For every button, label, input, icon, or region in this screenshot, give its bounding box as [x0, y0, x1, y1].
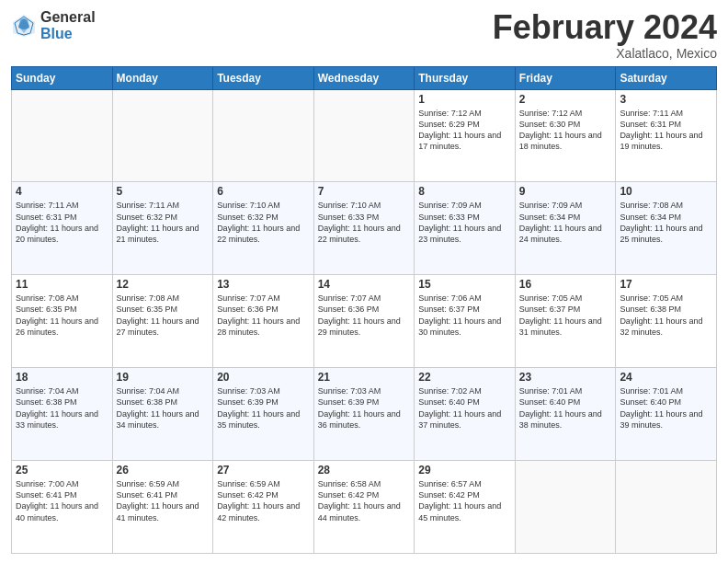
table-row: [616, 461, 717, 554]
day-info: Sunrise: 7:00 AM Sunset: 6:41 PM Dayligh…: [16, 478, 108, 523]
day-info: Sunrise: 7:05 AM Sunset: 6:37 PM Dayligh…: [519, 293, 612, 338]
day-number: 6: [217, 185, 310, 198]
calendar-week-1: 1Sunrise: 7:12 AM Sunset: 6:29 PM Daylig…: [12, 89, 717, 182]
page: General Blue February 2024 Xalatlaco, Me…: [0, 0, 728, 563]
table-row: [313, 89, 415, 182]
day-number: 1: [418, 93, 511, 106]
header-row: Sunday Monday Tuesday Wednesday Thursday…: [12, 66, 717, 89]
day-number: 27: [217, 464, 310, 477]
table-row: 23Sunrise: 7:01 AM Sunset: 6:40 PM Dayli…: [515, 368, 616, 461]
logo: General Blue: [11, 9, 96, 41]
table-row: 21Sunrise: 7:03 AM Sunset: 6:39 PM Dayli…: [313, 368, 415, 461]
day-info: Sunrise: 7:11 AM Sunset: 6:31 PM Dayligh…: [620, 108, 712, 153]
table-row: 2Sunrise: 7:12 AM Sunset: 6:30 PM Daylig…: [515, 89, 616, 182]
logo-icon: [11, 13, 37, 39]
col-sunday: Sunday: [12, 66, 113, 89]
day-number: 9: [519, 185, 612, 198]
col-saturday: Saturday: [616, 66, 717, 89]
col-monday: Monday: [112, 66, 213, 89]
table-row: 7Sunrise: 7:10 AM Sunset: 6:33 PM Daylig…: [313, 182, 415, 275]
logo-blue-text: Blue: [40, 26, 96, 42]
day-info: Sunrise: 7:02 AM Sunset: 6:40 PM Dayligh…: [418, 385, 511, 431]
table-row: 8Sunrise: 7:09 AM Sunset: 6:33 PM Daylig…: [415, 182, 516, 275]
calendar-week-5: 25Sunrise: 7:00 AM Sunset: 6:41 PM Dayli…: [12, 461, 717, 554]
day-number: 18: [16, 371, 108, 384]
calendar-table: Sunday Monday Tuesday Wednesday Thursday…: [11, 66, 717, 554]
table-row: 15Sunrise: 7:06 AM Sunset: 6:37 PM Dayli…: [415, 275, 516, 368]
day-info: Sunrise: 7:03 AM Sunset: 6:39 PM Dayligh…: [318, 385, 411, 431]
table-row: 17Sunrise: 7:05 AM Sunset: 6:38 PM Dayli…: [616, 275, 717, 368]
col-wednesday: Wednesday: [313, 66, 415, 89]
day-info: Sunrise: 7:08 AM Sunset: 6:35 PM Dayligh…: [16, 293, 108, 338]
day-info: Sunrise: 7:05 AM Sunset: 6:38 PM Dayligh…: [620, 293, 712, 338]
table-row: 4Sunrise: 7:11 AM Sunset: 6:31 PM Daylig…: [12, 182, 113, 275]
logo-general-text: General: [40, 9, 96, 26]
calendar-week-2: 4Sunrise: 7:11 AM Sunset: 6:31 PM Daylig…: [12, 182, 717, 275]
day-info: Sunrise: 7:07 AM Sunset: 6:36 PM Dayligh…: [217, 293, 310, 338]
day-number: 11: [16, 278, 108, 291]
table-row: 26Sunrise: 6:59 AM Sunset: 6:41 PM Dayli…: [112, 461, 213, 554]
day-number: 3: [620, 93, 712, 106]
col-thursday: Thursday: [415, 66, 516, 89]
day-number: 16: [519, 278, 612, 291]
title-block: February 2024 Xalatlaco, Mexico: [493, 9, 717, 61]
main-title: February 2024: [493, 9, 717, 46]
table-row: 19Sunrise: 7:04 AM Sunset: 6:38 PM Dayli…: [112, 368, 213, 461]
day-info: Sunrise: 6:59 AM Sunset: 6:42 PM Dayligh…: [217, 478, 310, 523]
day-info: Sunrise: 6:58 AM Sunset: 6:42 PM Dayligh…: [318, 478, 411, 523]
day-info: Sunrise: 7:10 AM Sunset: 6:32 PM Dayligh…: [217, 200, 310, 245]
table-row: 13Sunrise: 7:07 AM Sunset: 6:36 PM Dayli…: [213, 275, 314, 368]
day-info: Sunrise: 7:11 AM Sunset: 6:32 PM Dayligh…: [117, 200, 210, 245]
table-row: 28Sunrise: 6:58 AM Sunset: 6:42 PM Dayli…: [313, 461, 415, 554]
calendar-week-4: 18Sunrise: 7:04 AM Sunset: 6:38 PM Dayli…: [12, 368, 717, 461]
day-number: 21: [318, 371, 411, 384]
table-row: 1Sunrise: 7:12 AM Sunset: 6:29 PM Daylig…: [415, 89, 516, 182]
day-info: Sunrise: 6:59 AM Sunset: 6:41 PM Dayligh…: [117, 478, 210, 523]
day-number: 4: [16, 185, 108, 198]
day-number: 14: [318, 278, 411, 291]
day-number: 24: [620, 371, 712, 384]
day-number: 20: [217, 371, 310, 384]
col-tuesday: Tuesday: [213, 66, 314, 89]
day-info: Sunrise: 7:04 AM Sunset: 6:38 PM Dayligh…: [16, 385, 108, 431]
day-number: 17: [620, 278, 712, 291]
day-number: 12: [117, 278, 210, 291]
table-row: [213, 89, 314, 182]
day-number: 13: [217, 278, 310, 291]
day-info: Sunrise: 7:01 AM Sunset: 6:40 PM Dayligh…: [620, 385, 712, 431]
day-info: Sunrise: 7:09 AM Sunset: 6:34 PM Dayligh…: [519, 200, 612, 245]
day-number: 25: [16, 464, 108, 477]
table-row: 5Sunrise: 7:11 AM Sunset: 6:32 PM Daylig…: [112, 182, 213, 275]
day-info: Sunrise: 7:12 AM Sunset: 6:29 PM Dayligh…: [418, 108, 511, 153]
day-number: 15: [418, 278, 511, 291]
day-info: Sunrise: 7:08 AM Sunset: 6:35 PM Dayligh…: [117, 293, 210, 338]
table-row: 6Sunrise: 7:10 AM Sunset: 6:32 PM Daylig…: [213, 182, 314, 275]
table-row: 24Sunrise: 7:01 AM Sunset: 6:40 PM Dayli…: [616, 368, 717, 461]
table-row: 22Sunrise: 7:02 AM Sunset: 6:40 PM Dayli…: [415, 368, 516, 461]
day-number: 2: [519, 93, 612, 106]
day-number: 19: [117, 371, 210, 384]
table-row: [515, 461, 616, 554]
day-number: 10: [620, 185, 712, 198]
table-row: [112, 89, 213, 182]
logo-text: General Blue: [40, 9, 96, 41]
day-info: Sunrise: 7:10 AM Sunset: 6:33 PM Dayligh…: [318, 200, 411, 245]
day-number: 5: [117, 185, 210, 198]
table-row: 20Sunrise: 7:03 AM Sunset: 6:39 PM Dayli…: [213, 368, 314, 461]
day-info: Sunrise: 7:04 AM Sunset: 6:38 PM Dayligh…: [117, 385, 210, 431]
header: General Blue February 2024 Xalatlaco, Me…: [11, 9, 717, 61]
table-row: [12, 89, 113, 182]
day-number: 29: [418, 464, 511, 477]
day-info: Sunrise: 6:57 AM Sunset: 6:42 PM Dayligh…: [418, 478, 511, 523]
day-number: 28: [318, 464, 411, 477]
col-friday: Friday: [515, 66, 616, 89]
table-row: 25Sunrise: 7:00 AM Sunset: 6:41 PM Dayli…: [12, 461, 113, 554]
table-row: 16Sunrise: 7:05 AM Sunset: 6:37 PM Dayli…: [515, 275, 616, 368]
day-info: Sunrise: 7:01 AM Sunset: 6:40 PM Dayligh…: [519, 385, 612, 431]
subtitle: Xalatlaco, Mexico: [493, 46, 717, 61]
day-info: Sunrise: 7:06 AM Sunset: 6:37 PM Dayligh…: [418, 293, 511, 338]
day-info: Sunrise: 7:08 AM Sunset: 6:34 PM Dayligh…: [620, 200, 712, 245]
calendar-week-3: 11Sunrise: 7:08 AM Sunset: 6:35 PM Dayli…: [12, 275, 717, 368]
table-row: 12Sunrise: 7:08 AM Sunset: 6:35 PM Dayli…: [112, 275, 213, 368]
table-row: 27Sunrise: 6:59 AM Sunset: 6:42 PM Dayli…: [213, 461, 314, 554]
